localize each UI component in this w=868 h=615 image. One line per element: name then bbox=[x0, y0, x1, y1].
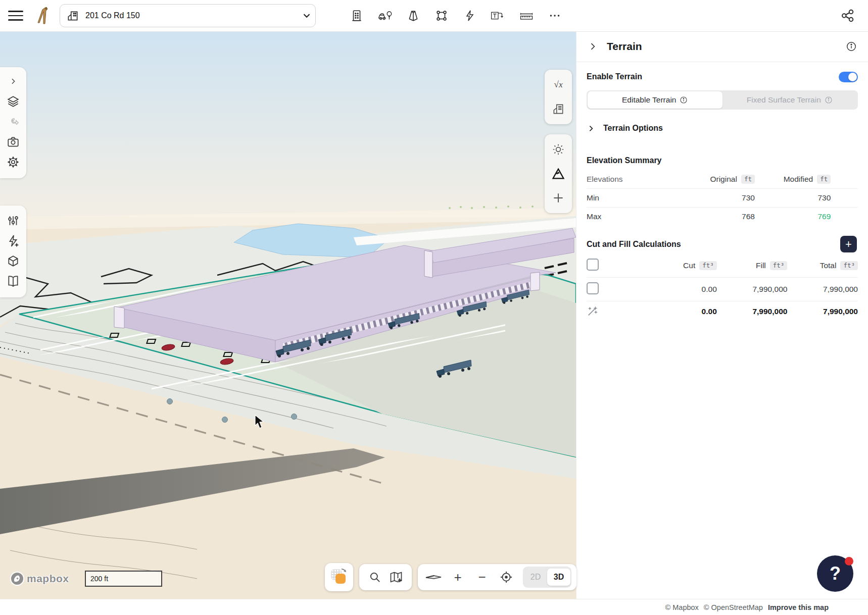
streetscape-tool-icon[interactable] bbox=[377, 8, 393, 23]
map-search-pill bbox=[359, 564, 412, 590]
scale-label: 200 ft bbox=[90, 575, 108, 583]
osm-attribution-link[interactable]: © OpenStreetMap bbox=[704, 603, 763, 611]
add-calculation-button[interactable]: + bbox=[840, 236, 857, 252]
enable-terrain-toggle[interactable] bbox=[839, 72, 858, 82]
map-tools-group-bottom bbox=[545, 134, 572, 213]
view-2d-button[interactable]: 2D bbox=[524, 569, 547, 586]
enable-terrain-label: Enable Terrain bbox=[587, 72, 839, 81]
sidebar-group-bottom bbox=[0, 206, 26, 297]
terrain-info-icon[interactable] bbox=[846, 41, 857, 52]
unit-ft3-badge[interactable]: ft³ bbox=[699, 261, 717, 270]
project-name: 201 Co Rd 150 bbox=[85, 11, 295, 20]
tab-fixed-label: Fixed Surface Terrain bbox=[747, 95, 821, 105]
row-checkbox[interactable] bbox=[587, 282, 599, 294]
cutfill-total-row: 0.00 7,990,000 7,990,000 bbox=[587, 301, 858, 322]
cutfill-row: 0.00 7,990,000 7,990,000 bbox=[587, 278, 858, 301]
fixed-info-icon[interactable] bbox=[825, 96, 833, 104]
zoom-in-icon[interactable]: + bbox=[447, 567, 468, 588]
text-tool-icon[interactable] bbox=[491, 8, 506, 23]
add-layer-icon[interactable] bbox=[547, 186, 569, 210]
view-3d-button[interactable]: 3D bbox=[547, 569, 570, 586]
map-control-bar: + − 2D 3D bbox=[325, 563, 576, 591]
sky bbox=[0, 31, 576, 228]
map-settings-icon[interactable] bbox=[385, 567, 407, 588]
unit-ft-badge[interactable]: ft bbox=[741, 175, 755, 184]
improve-map-link[interactable]: Improve this map bbox=[768, 603, 829, 611]
elevation-row-min: Min 730 730 bbox=[587, 189, 858, 208]
modified-col-header: Modifiedft bbox=[755, 170, 831, 189]
auto-flash-icon[interactable] bbox=[3, 231, 23, 251]
total-col-header: Totalft³ bbox=[787, 254, 858, 278]
select-all-checkbox[interactable] bbox=[587, 259, 599, 271]
tab-editable-terrain[interactable]: Editable Terrain bbox=[588, 91, 722, 109]
elevations-col-header: Elevations bbox=[587, 170, 679, 189]
map-3d-scene[interactable] bbox=[0, 31, 576, 599]
basemap-switcher[interactable] bbox=[325, 563, 353, 591]
zoom-out-icon[interactable]: − bbox=[471, 567, 493, 588]
menu-icon[interactable] bbox=[8, 8, 23, 23]
wrench-icon[interactable] bbox=[3, 112, 23, 132]
formula-tool[interactable]: √x bbox=[547, 73, 569, 97]
sliders-icon[interactable] bbox=[3, 211, 23, 231]
cube-3d-icon[interactable] bbox=[3, 251, 23, 271]
search-icon[interactable] bbox=[364, 567, 385, 588]
project-selector[interactable]: 201 Co Rd 150 bbox=[60, 4, 316, 27]
measure-tool-icon[interactable] bbox=[519, 8, 534, 23]
flow-tool-icon[interactable] bbox=[462, 8, 477, 23]
massing-tool-icon[interactable] bbox=[406, 8, 421, 23]
notification-dot bbox=[845, 557, 853, 566]
camera-icon[interactable] bbox=[3, 132, 23, 152]
layers-icon[interactable] bbox=[3, 91, 23, 112]
unit-ft-badge[interactable]: ft bbox=[817, 175, 831, 184]
sidebar-group-top bbox=[0, 67, 26, 178]
chevron-right-icon bbox=[587, 124, 595, 133]
building-home-icon bbox=[66, 9, 79, 22]
locate-target-icon[interactable] bbox=[496, 567, 517, 588]
giraffe-logo-icon[interactable] bbox=[36, 7, 50, 24]
expand-sidebar-icon[interactable] bbox=[3, 71, 23, 91]
elevation-row-max: Max 768 769 bbox=[587, 208, 858, 226]
magic-wand-icon[interactable] bbox=[587, 306, 598, 317]
sqrt-icon: √x bbox=[554, 80, 563, 90]
share-icon[interactable] bbox=[840, 8, 855, 23]
terrain-mode-tabs: Editable Terrain Fixed Surface Terrain bbox=[587, 90, 858, 110]
compass-bearing-icon[interactable] bbox=[423, 567, 444, 588]
modified-max-value: 769 bbox=[755, 208, 831, 226]
buildings-tool-icon[interactable] bbox=[349, 8, 364, 23]
cutfill-title: Cut and Fill Calculations bbox=[587, 240, 681, 248]
map-tools-group-top: √x bbox=[545, 70, 572, 124]
mapbox-attribution-link[interactable]: © Mapbox bbox=[665, 603, 699, 611]
terrain-options-toggle[interactable]: Terrain Options bbox=[587, 124, 858, 133]
terrain-options-label: Terrain Options bbox=[603, 124, 663, 133]
elevation-summary-title: Elevation Summary bbox=[587, 156, 858, 165]
settings-gear-icon[interactable] bbox=[3, 152, 23, 172]
basemap-preview-icon bbox=[329, 568, 349, 587]
unit-ft3-badge[interactable]: ft³ bbox=[840, 261, 858, 270]
top-bar: 201 Co Rd 150 bbox=[0, 0, 868, 32]
chevron-down-icon[interactable] bbox=[301, 10, 312, 21]
mapbox-wordmark: mapbox bbox=[27, 573, 69, 585]
elevation-table: Elevations Originalft Modifiedft Min 730… bbox=[587, 170, 858, 226]
terrain-panel: Terrain Enable Terrain Editable Terrain … bbox=[576, 31, 868, 599]
cut-col-header: Cutft³ bbox=[614, 254, 717, 278]
editable-info-icon[interactable] bbox=[680, 96, 688, 104]
map-canvas[interactable] bbox=[0, 31, 576, 599]
polygon-tool-icon[interactable] bbox=[434, 8, 449, 23]
tab-editable-label: Editable Terrain bbox=[622, 95, 676, 105]
map-scale-bar: 200 ft bbox=[85, 571, 162, 587]
terrain-panel-header: Terrain bbox=[576, 31, 868, 62]
attribution-bar: © Mapbox © OpenStreetMap Improve this ma… bbox=[0, 599, 868, 615]
tab-fixed-surface-terrain[interactable]: Fixed Surface Terrain bbox=[722, 91, 857, 109]
map-nav-pill: + − 2D 3D bbox=[418, 564, 576, 590]
cutfill-header: Cut and Fill Calculations + bbox=[587, 240, 858, 249]
terrain-mountain-icon[interactable] bbox=[547, 162, 569, 186]
fill-col-header: Fillft³ bbox=[717, 254, 788, 278]
collapse-panel-icon[interactable] bbox=[588, 41, 598, 52]
original-col-header: Originalft bbox=[679, 170, 755, 189]
unit-ft3-badge[interactable]: ft³ bbox=[770, 261, 788, 270]
library-book-icon[interactable] bbox=[3, 271, 23, 291]
more-tools-icon[interactable] bbox=[547, 8, 562, 23]
sun-shadow-icon[interactable] bbox=[547, 137, 569, 162]
mapbox-logo[interactable]: mapbox bbox=[10, 572, 69, 586]
building-view-tool-icon[interactable] bbox=[547, 97, 569, 121]
